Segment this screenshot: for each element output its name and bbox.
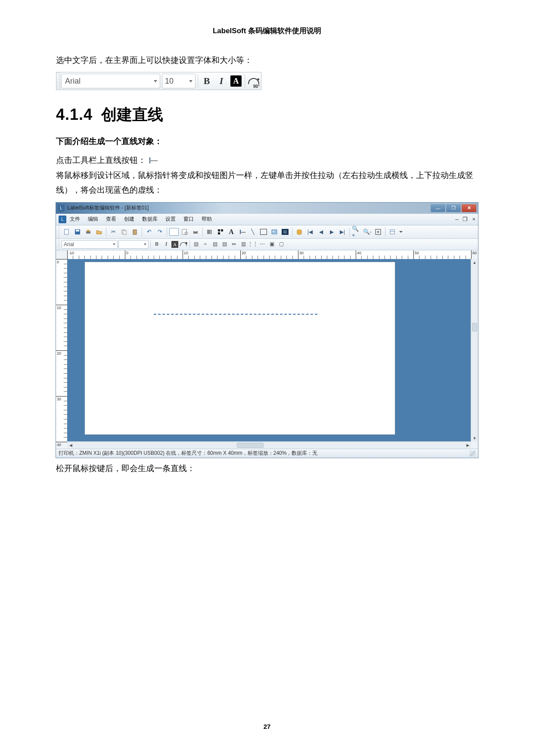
menu-edit[interactable]: 编辑 [88, 216, 98, 223]
font-name-value: Arial [64, 241, 74, 247]
bold-button[interactable]: B [152, 240, 161, 249]
main-toolbar: ✂ ↶ ↷ A ╲ O |◀ ◀ ▶ ▶| 🔍+ [56, 225, 478, 239]
toolbar-overflow[interactable] [398, 225, 404, 238]
bring-front-button[interactable]: ▣ [267, 240, 276, 249]
format-toolbar: Arial B I A ▤ ≡ ▤ ▤ ⇔ ▥ ⋮⋮ ⋯ ▣ ▢ [56, 239, 478, 250]
svg-rect-2 [76, 230, 79, 231]
vertical-scrollbar[interactable]: ▲ ▼ [471, 259, 478, 442]
paragraph-release: 松开鼠标按键后，即会生成一条直线： [56, 461, 478, 476]
italic-button[interactable]: I [214, 72, 229, 90]
font-name-combo[interactable]: Arial [61, 74, 160, 88]
svg-rect-20 [272, 230, 277, 234]
distribute-h-button[interactable]: ⋮⋮ [248, 240, 257, 249]
cut-button[interactable]: ✂ [109, 227, 118, 237]
italic-button[interactable]: I [162, 240, 171, 249]
align-bottom-button[interactable]: ▥ [239, 240, 248, 249]
print-setup-button[interactable] [191, 227, 200, 237]
maximize-button[interactable]: ❐ [446, 204, 461, 212]
vertical-ruler: 010203040 [56, 259, 68, 442]
paragraph-drag: 将鼠标移到设计区域，鼠标指针将变成和按钮图片一样，左键单击并按住拉动（左右拉动生… [56, 168, 478, 197]
svg-rect-7 [133, 230, 137, 234]
zoom-fit-button[interactable] [373, 227, 383, 237]
rotate-label: 90° [253, 84, 260, 89]
qrcode-button[interactable] [216, 227, 225, 237]
menu-help[interactable]: 帮助 [202, 216, 212, 223]
menu-view[interactable]: 查看 [106, 216, 116, 223]
canvas-viewport[interactable] [67, 259, 471, 442]
rotate-90-button[interactable]: 90° [246, 72, 261, 90]
copy-button[interactable] [119, 227, 129, 237]
align-left-button[interactable]: ▤ [192, 240, 200, 249]
horizontal-scrollbar[interactable]: ◀ ▶ [67, 441, 471, 449]
mdi-close[interactable]: × [472, 216, 475, 222]
titlebar: L LabelSoft标签编辑软件 - [新标签01] — ❐ ✕ [56, 203, 478, 214]
label-canvas[interactable] [84, 262, 395, 435]
menu-create[interactable]: 创建 [124, 216, 134, 223]
save-button[interactable] [73, 227, 82, 237]
object-button[interactable]: O [280, 227, 290, 237]
svg-rect-6 [123, 231, 126, 234]
new-label-button[interactable] [169, 227, 179, 237]
invert-text-button[interactable]: A [230, 75, 242, 87]
scroll-thumb[interactable] [237, 443, 264, 448]
scroll-up-icon[interactable]: ▲ [471, 259, 478, 266]
distribute-v-button[interactable]: ⋯ [258, 240, 267, 249]
preview-button[interactable] [180, 227, 189, 237]
page-number: 27 [0, 723, 534, 730]
align-middle-button[interactable]: ⇔ [230, 240, 238, 249]
diagonal-button[interactable]: ╲ [248, 227, 258, 237]
font-name-combo[interactable]: Arial [62, 240, 118, 249]
menu-window[interactable]: 窗口 [183, 216, 194, 223]
barcode-button[interactable] [205, 227, 214, 237]
align-right-button[interactable]: ▤ [211, 240, 219, 249]
invert-button[interactable]: A [171, 241, 178, 248]
drawing-preview-line [154, 314, 317, 315]
figure-font-toolbar: Arial 10 B I A 90° [56, 72, 261, 90]
rect-button[interactable] [259, 227, 268, 237]
prev-button[interactable]: ◀ [316, 227, 326, 237]
zoom-in-button[interactable]: 🔍+ [352, 227, 361, 237]
mdi-minimize[interactable]: – [455, 216, 458, 222]
next-button[interactable]: ▶ [327, 227, 336, 237]
undo-button[interactable]: ↶ [144, 227, 154, 237]
paragraph-1: 选中文字后，在主界面上可以快捷设置字体和大小等： [56, 53, 478, 68]
line-button[interactable] [237, 227, 247, 237]
svg-point-21 [273, 231, 274, 232]
last-button[interactable]: ▶| [338, 227, 347, 237]
paste-button[interactable] [130, 227, 140, 237]
close-button[interactable]: ✕ [462, 204, 476, 212]
image-button[interactable] [270, 227, 279, 237]
align-top-button[interactable]: ▤ [220, 240, 229, 249]
resize-grip-icon[interactable] [469, 450, 475, 456]
menu-database[interactable]: 数据库 [142, 216, 158, 223]
scroll-down-icon[interactable]: ▼ [471, 435, 478, 442]
menu-settings[interactable]: 设置 [165, 216, 176, 223]
minimize-button[interactable]: — [431, 204, 445, 212]
redo-button[interactable]: ↷ [155, 227, 165, 237]
open-button[interactable] [94, 227, 104, 237]
svg-rect-0 [65, 229, 68, 234]
window-title: LabelSoft标签编辑软件 - [新标签01] [67, 204, 149, 212]
status-bar: 打印机：ZMIN X1i (副本 10)(300DPI USB002) 在线，标… [56, 449, 478, 458]
font-size-combo[interactable]: 10 [162, 74, 196, 88]
new-button[interactable] [62, 227, 71, 237]
first-button[interactable]: |◀ [305, 227, 315, 237]
status-text: 打印机：ZMIN X1i (副本 10)(300DPI USB002) 在线，标… [59, 450, 317, 457]
print-button[interactable] [84, 227, 93, 237]
scroll-thumb[interactable] [472, 323, 477, 331]
scroll-right-icon[interactable]: ▶ [464, 442, 471, 449]
svg-rect-18 [221, 229, 223, 231]
text-button[interactable]: A [227, 227, 236, 237]
mdi-restore[interactable]: ❐ [463, 216, 468, 222]
send-back-button[interactable]: ▢ [277, 240, 286, 249]
align-center-button[interactable]: ≡ [201, 240, 210, 249]
menu-file[interactable]: 文件 [70, 216, 80, 223]
font-size-combo[interactable] [118, 240, 149, 249]
scroll-left-icon[interactable]: ◀ [67, 442, 74, 449]
bold-button[interactable]: B [199, 72, 214, 90]
properties-button[interactable] [388, 227, 397, 237]
database-button[interactable] [295, 227, 304, 237]
section-heading: 4.1.4 创建直线 [56, 104, 478, 125]
zoom-out-button[interactable]: 🔍- [363, 227, 372, 237]
rotate-button[interactable] [179, 240, 188, 249]
